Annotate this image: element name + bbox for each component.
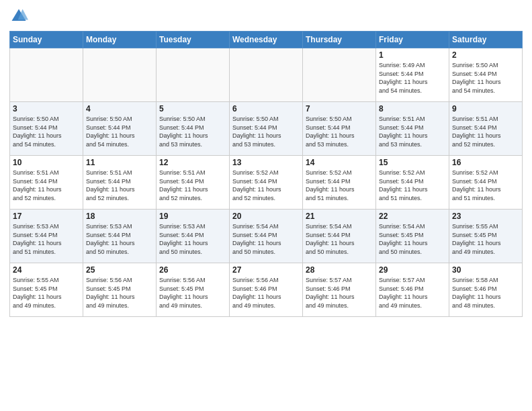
calendar-cell: 18Sunrise: 5:53 AM Sunset: 5:44 PM Dayli… — [83, 210, 157, 263]
calendar-cell: 7Sunrise: 5:50 AM Sunset: 5:44 PM Daylig… — [303, 102, 376, 156]
day-info: Sunrise: 5:56 AM Sunset: 5:45 PM Dayligh… — [86, 276, 153, 310]
header-row: SundayMondayTuesdayWednesdayThursdayFrid… — [10, 32, 523, 48]
calendar-cell: 29Sunrise: 5:57 AM Sunset: 5:46 PM Dayli… — [376, 263, 449, 317]
day-number: 27 — [232, 265, 300, 275]
calendar-week-4: 24Sunrise: 5:55 AM Sunset: 5:45 PM Dayli… — [10, 263, 523, 317]
calendar-cell: 19Sunrise: 5:53 AM Sunset: 5:44 PM Dayli… — [157, 210, 230, 263]
calendar-cell: 3Sunrise: 5:50 AM Sunset: 5:44 PM Daylig… — [10, 102, 83, 156]
calendar-cell: 27Sunrise: 5:56 AM Sunset: 5:46 PM Dayli… — [230, 263, 303, 317]
day-info: Sunrise: 5:58 AM Sunset: 5:46 PM Dayligh… — [452, 276, 519, 310]
col-header-thursday: Thursday — [303, 32, 376, 48]
day-info: Sunrise: 5:50 AM Sunset: 5:44 PM Dayligh… — [452, 61, 519, 95]
day-number: 4 — [86, 104, 153, 113]
calendar-cell: 25Sunrise: 5:56 AM Sunset: 5:45 PM Dayli… — [83, 263, 157, 317]
day-info: Sunrise: 5:52 AM Sunset: 5:44 PM Dayligh… — [452, 169, 519, 202]
calendar-cell: 21Sunrise: 5:54 AM Sunset: 5:44 PM Dayli… — [303, 210, 376, 263]
day-number: 28 — [306, 265, 373, 275]
day-info: Sunrise: 5:51 AM Sunset: 5:44 PM Dayligh… — [452, 115, 519, 148]
calendar-cell: 4Sunrise: 5:50 AM Sunset: 5:44 PM Daylig… — [83, 102, 157, 156]
calendar-cell: 5Sunrise: 5:50 AM Sunset: 5:44 PM Daylig… — [157, 102, 230, 156]
calendar-cell: 10Sunrise: 5:51 AM Sunset: 5:44 PM Dayli… — [10, 156, 83, 210]
day-number: 7 — [306, 104, 373, 113]
day-number: 3 — [13, 104, 80, 113]
calendar-cell: 15Sunrise: 5:52 AM Sunset: 5:44 PM Dayli… — [376, 156, 449, 210]
day-info: Sunrise: 5:53 AM Sunset: 5:44 PM Dayligh… — [86, 222, 153, 256]
day-info: Sunrise: 5:56 AM Sunset: 5:46 PM Dayligh… — [232, 276, 300, 310]
calendar-week-1: 3Sunrise: 5:50 AM Sunset: 5:44 PM Daylig… — [10, 102, 523, 156]
day-number: 26 — [159, 265, 226, 275]
day-info: Sunrise: 5:51 AM Sunset: 5:44 PM Dayligh… — [379, 115, 446, 148]
calendar-cell: 8Sunrise: 5:51 AM Sunset: 5:44 PM Daylig… — [376, 102, 449, 156]
day-info: Sunrise: 5:54 AM Sunset: 5:45 PM Dayligh… — [379, 222, 446, 256]
day-number: 24 — [13, 265, 80, 275]
calendar-cell: 20Sunrise: 5:54 AM Sunset: 5:44 PM Dayli… — [230, 210, 303, 263]
day-info: Sunrise: 5:50 AM Sunset: 5:44 PM Dayligh… — [232, 115, 300, 148]
calendar-cell: 23Sunrise: 5:55 AM Sunset: 5:45 PM Dayli… — [449, 210, 523, 263]
day-info: Sunrise: 5:50 AM Sunset: 5:44 PM Dayligh… — [306, 115, 373, 148]
calendar-cell: 1Sunrise: 5:49 AM Sunset: 5:44 PM Daylig… — [376, 48, 449, 102]
day-info: Sunrise: 5:52 AM Sunset: 5:44 PM Dayligh… — [306, 169, 373, 202]
calendar-week-3: 17Sunrise: 5:53 AM Sunset: 5:44 PM Dayli… — [10, 210, 523, 263]
day-info: Sunrise: 5:53 AM Sunset: 5:44 PM Dayligh… — [13, 222, 80, 256]
day-info: Sunrise: 5:57 AM Sunset: 5:46 PM Dayligh… — [306, 276, 373, 310]
col-header-friday: Friday — [376, 32, 449, 48]
day-number: 10 — [13, 158, 80, 167]
day-info: Sunrise: 5:50 AM Sunset: 5:44 PM Dayligh… — [86, 115, 153, 148]
calendar-cell: 17Sunrise: 5:53 AM Sunset: 5:44 PM Dayli… — [10, 210, 83, 263]
calendar-cell: 28Sunrise: 5:57 AM Sunset: 5:46 PM Dayli… — [303, 263, 376, 317]
calendar-cell — [303, 48, 376, 102]
calendar-week-0: 1Sunrise: 5:49 AM Sunset: 5:44 PM Daylig… — [10, 48, 523, 102]
calendar-body: 1Sunrise: 5:49 AM Sunset: 5:44 PM Daylig… — [10, 48, 523, 317]
day-number: 12 — [159, 158, 226, 167]
day-info: Sunrise: 5:51 AM Sunset: 5:44 PM Dayligh… — [159, 169, 226, 202]
day-number: 17 — [13, 212, 80, 221]
day-info: Sunrise: 5:52 AM Sunset: 5:44 PM Dayligh… — [232, 169, 300, 202]
day-info: Sunrise: 5:54 AM Sunset: 5:44 PM Dayligh… — [306, 222, 373, 256]
logo-icon — [9, 7, 28, 26]
day-number: 2 — [452, 50, 519, 60]
day-number: 19 — [159, 212, 226, 221]
day-info: Sunrise: 5:55 AM Sunset: 5:45 PM Dayligh… — [13, 276, 80, 310]
calendar-cell: 13Sunrise: 5:52 AM Sunset: 5:44 PM Dayli… — [230, 156, 303, 210]
day-number: 25 — [86, 265, 153, 275]
calendar-cell: 14Sunrise: 5:52 AM Sunset: 5:44 PM Dayli… — [303, 156, 376, 210]
day-number: 23 — [452, 212, 519, 221]
logo — [9, 7, 31, 26]
day-number: 18 — [86, 212, 153, 221]
col-header-saturday: Saturday — [449, 32, 523, 48]
day-number: 29 — [379, 265, 446, 275]
day-info: Sunrise: 5:56 AM Sunset: 5:45 PM Dayligh… — [159, 276, 226, 310]
day-number: 1 — [379, 50, 446, 60]
day-info: Sunrise: 5:52 AM Sunset: 5:44 PM Dayligh… — [379, 169, 446, 202]
day-number: 5 — [159, 104, 226, 113]
day-number: 9 — [452, 104, 519, 113]
day-info: Sunrise: 5:49 AM Sunset: 5:44 PM Dayligh… — [379, 61, 446, 95]
calendar-cell — [83, 48, 157, 102]
calendar-cell: 11Sunrise: 5:51 AM Sunset: 5:44 PM Dayli… — [83, 156, 157, 210]
day-info: Sunrise: 5:57 AM Sunset: 5:46 PM Dayligh… — [379, 276, 446, 310]
day-info: Sunrise: 5:50 AM Sunset: 5:44 PM Dayligh… — [13, 115, 80, 148]
day-info: Sunrise: 5:51 AM Sunset: 5:44 PM Dayligh… — [86, 169, 153, 202]
calendar-cell: 12Sunrise: 5:51 AM Sunset: 5:44 PM Dayli… — [157, 156, 230, 210]
calendar-cell: 9Sunrise: 5:51 AM Sunset: 5:44 PM Daylig… — [449, 102, 523, 156]
col-header-monday: Monday — [83, 32, 157, 48]
calendar-cell — [157, 48, 230, 102]
calendar-cell: 22Sunrise: 5:54 AM Sunset: 5:45 PM Dayli… — [376, 210, 449, 263]
calendar-cell: 24Sunrise: 5:55 AM Sunset: 5:45 PM Dayli… — [10, 263, 83, 317]
calendar-cell — [10, 48, 83, 102]
day-number: 21 — [306, 212, 373, 221]
col-header-wednesday: Wednesday — [230, 32, 303, 48]
day-number: 11 — [86, 158, 153, 167]
day-number: 13 — [232, 158, 300, 167]
calendar-week-2: 10Sunrise: 5:51 AM Sunset: 5:44 PM Dayli… — [10, 156, 523, 210]
page: SundayMondayTuesdayWednesdayThursdayFrid… — [0, 0, 532, 411]
calendar-cell: 16Sunrise: 5:52 AM Sunset: 5:44 PM Dayli… — [449, 156, 523, 210]
calendar-cell: 26Sunrise: 5:56 AM Sunset: 5:45 PM Dayli… — [157, 263, 230, 317]
day-number: 6 — [232, 104, 300, 113]
header — [9, 7, 523, 26]
col-header-tuesday: Tuesday — [157, 32, 230, 48]
day-number: 30 — [452, 265, 519, 275]
day-info: Sunrise: 5:53 AM Sunset: 5:44 PM Dayligh… — [159, 222, 226, 256]
col-header-sunday: Sunday — [10, 32, 83, 48]
calendar-cell — [230, 48, 303, 102]
